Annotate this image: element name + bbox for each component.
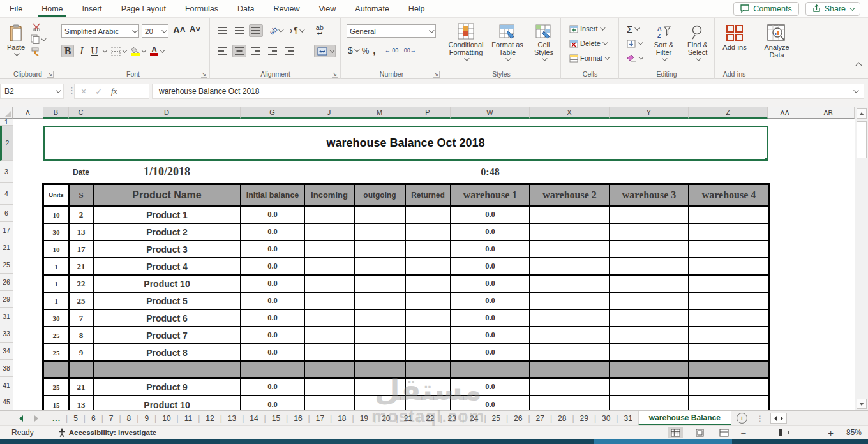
sheet-tab-6[interactable]: 6: [86, 411, 101, 426]
table-cell[interactable]: [689, 224, 768, 240]
table-cell[interactable]: [305, 293, 355, 309]
table-cell[interactable]: 13: [70, 396, 94, 410]
zoom-slider[interactable]: [755, 433, 819, 433]
sheet-tab-21[interactable]: 21: [398, 411, 418, 426]
scroll-up-button[interactable]: [857, 108, 867, 119]
date-value-cell[interactable]: 1/10/2018: [93, 161, 241, 183]
table-cell[interactable]: [406, 379, 451, 395]
orientation-button[interactable]: ab: [269, 27, 282, 34]
sheet-tab-8[interactable]: 8: [121, 411, 137, 426]
align-left-button[interactable]: [216, 45, 230, 57]
increase-decimal-button[interactable]: ←.00: [385, 47, 399, 54]
table-cell[interactable]: [305, 310, 355, 326]
table-cell[interactable]: 1: [44, 276, 70, 292]
table-cell[interactable]: 0.0: [451, 207, 530, 223]
format-as-table-button[interactable]: Format as Table: [488, 19, 527, 61]
table-cell[interactable]: [689, 327, 768, 343]
table-cell[interactable]: 13: [70, 224, 94, 240]
column-header-AA[interactable]: AA: [768, 107, 802, 119]
vertical-scroll-thumb[interactable]: [857, 121, 867, 158]
table-cell[interactable]: 0.0: [241, 327, 305, 343]
table-cell[interactable]: 25: [44, 344, 70, 360]
table-cell[interactable]: 25: [70, 293, 94, 309]
table-cell[interactable]: Product 3: [94, 241, 241, 257]
table-cell[interactable]: 10: [44, 207, 70, 223]
table-cell[interactable]: 0.0: [451, 327, 530, 343]
table-cell[interactable]: [406, 327, 451, 343]
table-cell[interactable]: Product 1: [94, 207, 241, 223]
font-dialog-launcher[interactable]: ↘: [201, 71, 207, 78]
borders-button[interactable]: [111, 47, 126, 56]
table-cell[interactable]: [530, 379, 610, 395]
table-cell[interactable]: [610, 362, 689, 377]
paste-button[interactable]: Paste: [3, 20, 29, 56]
table-cell[interactable]: [241, 362, 305, 377]
column-header-A[interactable]: A: [13, 107, 43, 119]
fill-handle[interactable]: [765, 158, 769, 162]
addins-button[interactable]: Add-ins: [719, 20, 751, 51]
wrap-text-button[interactable]: ab↩: [316, 25, 324, 36]
row-header-29[interactable]: 29: [0, 291, 13, 308]
merge-center-button[interactable]: [314, 45, 336, 57]
row-header-3[interactable]: 3: [0, 161, 13, 183]
table-cell[interactable]: [355, 224, 406, 240]
accounting-format-button[interactable]: $: [348, 45, 358, 56]
table-header-cell[interactable]: warehouse 2: [530, 185, 610, 205]
sheet-options-icon[interactable]: ⋮: [752, 411, 768, 426]
table-cell[interactable]: 30: [44, 310, 70, 326]
active-sheet-tab[interactable]: warehouse Balance: [638, 411, 731, 426]
table-cell[interactable]: 0.0: [451, 258, 530, 274]
table-cell[interactable]: 0.0: [241, 224, 305, 240]
sheet-tab-31[interactable]: 31: [618, 411, 638, 426]
table-cell[interactable]: [70, 362, 94, 377]
table-cell[interactable]: [305, 379, 355, 395]
sheet-tab-29[interactable]: 29: [574, 411, 594, 426]
table-cell[interactable]: [689, 276, 768, 292]
table-header-cell[interactable]: S: [70, 185, 94, 205]
table-cell[interactable]: [610, 396, 689, 410]
date-label-cell[interactable]: Date: [69, 161, 93, 183]
row-header-17[interactable]: 17: [0, 222, 13, 239]
column-header-X[interactable]: X: [530, 107, 610, 119]
table-cell[interactable]: Product 10: [94, 276, 241, 292]
worksheet[interactable]: warehouse Balance Oct 2018 Date 1/10/201…: [13, 119, 855, 410]
table-cell[interactable]: [610, 241, 689, 257]
middle-align-button[interactable]: [232, 24, 246, 37]
bottom-align-button[interactable]: [249, 24, 263, 37]
table-cell[interactable]: [406, 241, 451, 257]
sheet-tab-10[interactable]: 10: [156, 411, 176, 426]
table-cell[interactable]: [530, 241, 610, 257]
sheet-tab-26[interactable]: 26: [508, 411, 528, 426]
table-cell[interactable]: Product 6: [94, 310, 241, 326]
table-cell[interactable]: Product 8: [94, 344, 241, 360]
table-cell[interactable]: 0.0: [451, 396, 530, 410]
scroll-down-button[interactable]: [857, 399, 867, 409]
table-cell[interactable]: [689, 241, 768, 257]
alignment-dialog-launcher[interactable]: ↘: [332, 71, 338, 78]
table-cell[interactable]: 25: [44, 327, 70, 343]
table-header-cell[interactable]: warehouse 4: [689, 185, 768, 205]
number-format-select[interactable]: General: [347, 24, 436, 38]
table-cell[interactable]: [355, 379, 406, 395]
underline-button[interactable]: U: [89, 45, 100, 57]
share-button[interactable]: Share: [805, 2, 860, 16]
table-cell[interactable]: [530, 258, 610, 274]
table-cell[interactable]: 30: [44, 224, 70, 240]
table-header-cell[interactable]: Returned: [406, 185, 451, 205]
row-header-33[interactable]: 33: [0, 325, 13, 343]
table-cell[interactable]: [305, 224, 355, 240]
table-cell[interactable]: [355, 344, 406, 360]
sheet-tab-18[interactable]: 18: [332, 411, 352, 426]
table-cell[interactable]: [406, 224, 451, 240]
sheet-tab-23[interactable]: 23: [442, 411, 462, 426]
table-cell[interactable]: Product 4: [94, 258, 241, 274]
column-header-G[interactable]: G: [241, 107, 304, 119]
cell-styles-button[interactable]: Cell Styles: [528, 19, 560, 61]
align-right-button[interactable]: [249, 45, 263, 57]
row-header-34[interactable]: 34: [0, 343, 13, 360]
table-cell[interactable]: [355, 241, 406, 257]
copy-button[interactable]: [31, 34, 45, 44]
table-cell[interactable]: [406, 276, 451, 292]
row-header-21[interactable]: 21: [0, 239, 13, 256]
table-cell[interactable]: [689, 258, 768, 274]
